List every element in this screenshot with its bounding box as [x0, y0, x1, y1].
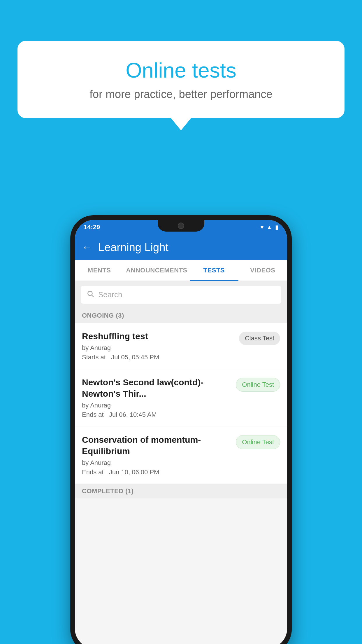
test-time-value-1: Jul 05, 05:45 PM: [111, 354, 159, 361]
tests-list: Reshuffling test by Anurag Starts at Jul…: [75, 323, 287, 484]
test-name-2: Newton's Second law(contd)-Newton's Thir…: [82, 377, 231, 399]
app-title: Learning Light: [98, 241, 168, 254]
test-time-label-2: Ends at: [82, 411, 104, 418]
search-icon: [87, 290, 94, 300]
tab-tests[interactable]: TESTS: [190, 260, 238, 281]
test-item-1[interactable]: Reshuffling test by Anurag Starts at Jul…: [75, 323, 287, 369]
svg-point-0: [88, 291, 92, 295]
speech-bubble-title: Online tests: [41, 58, 321, 82]
test-author-3: by Anurag: [82, 459, 231, 467]
status-icons: ▾ ▲ ▮: [261, 224, 278, 231]
test-info-2: Newton's Second law(contd)-Newton's Thir…: [82, 377, 231, 419]
phone-notch: [158, 220, 204, 232]
test-time-3: Ends at Jun 10, 06:00 PM: [82, 468, 231, 476]
status-time: 14:29: [84, 223, 100, 231]
phone-camera: [178, 223, 184, 229]
test-badge-3: Online Test: [236, 435, 280, 449]
test-time-2: Ends at Jul 06, 10:45 AM: [82, 411, 231, 419]
test-time-value-3: Jun 10, 06:00 PM: [109, 468, 159, 476]
tab-videos[interactable]: VIDEOS: [238, 260, 287, 281]
test-item-3[interactable]: Conservation of momentum-Equilibrium by …: [75, 426, 287, 484]
test-name-3: Conservation of momentum-Equilibrium: [82, 434, 231, 457]
test-time-label-3: Ends at: [82, 468, 104, 476]
tab-announcements[interactable]: ANNOUNCEMENTS: [124, 260, 190, 281]
test-item-2[interactable]: Newton's Second law(contd)-Newton's Thir…: [75, 369, 287, 426]
app-header: ← Learning Light: [75, 235, 287, 260]
test-time-label-1: Starts at: [82, 354, 106, 361]
battery-icon: ▮: [275, 224, 278, 231]
test-info-3: Conservation of momentum-Equilibrium by …: [82, 434, 231, 476]
speech-bubble-container: Online tests for more practice, better p…: [17, 41, 345, 118]
signal-icon: ▲: [266, 224, 272, 231]
speech-bubble-subtitle: for more practice, better performance: [41, 88, 321, 101]
test-name-1: Reshuffling test: [82, 330, 234, 342]
ongoing-section-header: ONGOING (3): [75, 308, 287, 323]
phone-outer-frame: 14:29 ▾ ▲ ▮ ← Learning Light MENTS ANNOU…: [70, 215, 292, 644]
wifi-icon: ▾: [261, 224, 263, 231]
test-info-1: Reshuffling test by Anurag Starts at Jul…: [82, 330, 234, 361]
search-input-placeholder: Search: [98, 290, 122, 299]
test-author-1: by Anurag: [82, 344, 234, 352]
phone-screen: 14:29 ▾ ▲ ▮ ← Learning Light MENTS ANNOU…: [75, 220, 287, 644]
test-badge-1: Class Test: [239, 332, 280, 345]
test-author-2: by Anurag: [82, 402, 231, 409]
tabs-container: MENTS ANNOUNCEMENTS TESTS VIDEOS: [75, 260, 287, 281]
phone-mockup: 14:29 ▾ ▲ ▮ ← Learning Light MENTS ANNOU…: [70, 215, 292, 644]
test-time-value-2: Jul 06, 10:45 AM: [109, 411, 157, 418]
tab-ments[interactable]: MENTS: [75, 260, 124, 281]
search-container: Search: [75, 281, 287, 308]
test-time-1: Starts at Jul 05, 05:45 PM: [82, 354, 234, 361]
test-badge-2: Online Test: [236, 378, 280, 392]
svg-line-1: [92, 295, 94, 297]
search-bar[interactable]: Search: [81, 286, 281, 304]
speech-bubble: Online tests for more practice, better p…: [17, 41, 345, 118]
completed-section-header: COMPLETED (1): [75, 484, 287, 498]
back-button[interactable]: ←: [82, 241, 92, 253]
